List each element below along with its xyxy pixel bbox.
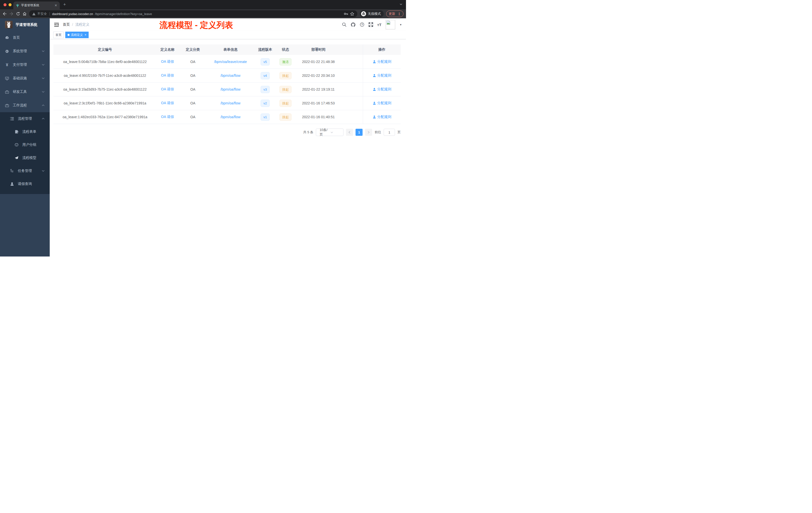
- bookmark-star-icon[interactable]: [350, 12, 354, 16]
- status-badge: 挂起: [280, 100, 291, 107]
- browser-tabstrip: 芋道管理系统 ✕ +: [0, 0, 406, 9]
- password-key-icon[interactable]: [344, 12, 348, 16]
- form-link[interactable]: /bpm/oa/flow: [221, 73, 240, 78]
- column-header-version: 流程版本: [254, 48, 277, 52]
- sidebar-item-process-mgmt[interactable]: 流程管理: [0, 112, 50, 125]
- deploy-time: 2022-01-22 19:19:11: [294, 87, 342, 91]
- tab-close-icon[interactable]: ✕: [55, 3, 57, 7]
- breadcrumb-home[interactable]: 首页: [63, 22, 70, 27]
- sidebar-item-label: 流程表单: [22, 129, 45, 134]
- prev-page-button[interactable]: [346, 129, 353, 136]
- tab-search-chevron-icon[interactable]: [400, 3, 403, 5]
- font-size-icon[interactable]: тT: [377, 23, 382, 27]
- assign-rule-button[interactable]: 分配规则: [373, 73, 392, 78]
- monitor-icon: [5, 76, 9, 80]
- fullscreen-icon[interactable]: [369, 22, 373, 27]
- sidebar-item-label: 系统管理: [13, 49, 42, 54]
- breadcrumb-separator: /: [72, 23, 73, 27]
- reload-icon[interactable]: [16, 12, 20, 16]
- help-icon[interactable]: ?: [360, 22, 364, 27]
- form-link[interactable]: /bpm/oa/leave/create: [214, 60, 247, 64]
- table-row: oa_leave:2:3c1f0ef1-76b1-11ec-9c66-a2380…: [54, 96, 363, 110]
- deploy-time: 2022-01-22 20:34:10: [294, 73, 342, 78]
- definition-name-link[interactable]: OA 请假: [161, 101, 174, 105]
- security-label[interactable]: 不安全: [37, 12, 47, 16]
- assign-rule-button[interactable]: 分配规则: [373, 59, 392, 64]
- browser-menu-dots-icon[interactable]: ⋮: [398, 12, 401, 16]
- url-host[interactable]: dashboard.yudao.iocoder.cn: [52, 12, 93, 16]
- sidebar-item-payment-mgmt[interactable]: ¥ 支付管理: [0, 58, 50, 71]
- column-header-actions: 操作: [363, 48, 401, 52]
- sidebar-item-label: 请假查询: [18, 182, 45, 186]
- definition-name-link[interactable]: OA 请假: [161, 73, 174, 77]
- assign-rule-button[interactable]: 分配规则: [373, 87, 392, 92]
- sidebar-item-dev-tools[interactable]: 研发工具: [0, 85, 50, 99]
- home-icon[interactable]: [23, 12, 27, 16]
- new-tab-button[interactable]: +: [63, 2, 66, 7]
- definition-name-link[interactable]: OA 请假: [161, 87, 174, 91]
- caret-down-icon[interactable]: ▼: [400, 23, 402, 26]
- update-label[interactable]: 更新: [389, 11, 395, 16]
- sidebar-item-workflow[interactable]: 工作流程: [0, 99, 50, 112]
- tag-home[interactable]: 首页: [53, 32, 64, 38]
- sidebar-logo-row[interactable]: 芋道管理系统: [0, 18, 50, 31]
- assign-rule-button[interactable]: 分配规则: [373, 101, 392, 105]
- form-link[interactable]: /bpm/oa/flow: [221, 115, 240, 119]
- table-header: 定义编号 定义名称 定义分类 表单信息 流程版本 状态 部署时间: [54, 44, 363, 55]
- sidebar-item-infrastructure[interactable]: 基础设施: [0, 71, 50, 85]
- browser-tab[interactable]: 芋道管理系统 ✕: [13, 1, 60, 9]
- close-window-button[interactable]: [3, 3, 6, 6]
- main-area: 流程模型 - 定义列表 首页 / 流程定义 ?: [50, 18, 406, 256]
- chevron-down-icon: [42, 50, 45, 52]
- url-bar[interactable]: 不安全 dashboard.yudao.iocoder.cn/bpm/manag…: [29, 10, 357, 17]
- deploy-time: 2022-01-22 21:48:38: [294, 60, 342, 64]
- pagination-total: 共 5 条: [303, 130, 313, 134]
- definition-category: OA: [178, 115, 207, 119]
- page-size-select[interactable]: 10条/页: [316, 128, 344, 136]
- incognito-icon: [361, 11, 366, 16]
- table-row: oa_leave:4:991f2193-7b7f-11ec-a3c8-acde4…: [54, 69, 363, 83]
- page-content: 定义编号 定义名称 定义分类 表单信息 流程版本 状态 部署时间 oa_leav…: [50, 39, 406, 136]
- tree-icon: [10, 169, 14, 173]
- sidebar-fold-icon[interactable]: [54, 23, 59, 27]
- incognito-badge: 无痕模式: [360, 10, 384, 17]
- sidebar-item-leave-query[interactable]: 请假查询: [0, 177, 50, 190]
- page-number-button[interactable]: 1: [355, 129, 362, 136]
- column-header-name: 定义名称: [156, 48, 178, 52]
- app-window: 芋道管理系统 首页 系统管理 ¥ 支付管理: [0, 18, 406, 256]
- pagination: 共 5 条 10条/页 1 前往 页: [54, 128, 401, 136]
- app-title: 芋道管理系统: [16, 22, 37, 27]
- version-badge: v5: [261, 58, 270, 65]
- sidebar-item-process-form[interactable]: 流程表单: [0, 125, 50, 138]
- sidebar-item-user-group[interactable]: 用户分组: [0, 138, 50, 151]
- url-path[interactable]: /bpm/manager/definition?key=oa_leave: [95, 12, 152, 16]
- deploy-time: 2022-01-16 01:40:51: [294, 115, 342, 119]
- robot-face-icon: [14, 143, 19, 147]
- github-icon[interactable]: [351, 22, 355, 27]
- tag-process-definition[interactable]: 流程定义 ×: [65, 32, 89, 38]
- tag-close-icon[interactable]: ×: [85, 33, 86, 37]
- goto-page-input[interactable]: [384, 129, 395, 136]
- definition-id: oa_leave:1:482ec033-762a-11ec-8477-a2380…: [54, 115, 156, 119]
- form-link[interactable]: /bpm/oa/flow: [221, 101, 240, 105]
- browser-update-button[interactable]: 更新 ⋮: [386, 10, 404, 17]
- back-icon[interactable]: [2, 12, 7, 16]
- avatar[interactable]: [386, 20, 395, 29]
- next-page-button[interactable]: [365, 129, 372, 136]
- forward-icon[interactable]: [9, 12, 13, 16]
- favicon-plant-icon: [16, 4, 19, 7]
- not-secure-warning-icon: [32, 12, 36, 16]
- version-badge: v3: [261, 86, 270, 93]
- search-icon[interactable]: [342, 22, 347, 27]
- column-header-deploy-time: 部署时间: [294, 48, 342, 52]
- sidebar-item-system-mgmt[interactable]: 系统管理: [0, 44, 50, 58]
- assign-rule-button[interactable]: 分配规则: [373, 115, 392, 119]
- definition-name-link[interactable]: OA 请假: [161, 59, 174, 63]
- definition-name-link[interactable]: OA 请假: [161, 115, 174, 119]
- sidebar-item-process-model[interactable]: 流程模型: [0, 151, 50, 164]
- sidebar-item-task-mgmt[interactable]: 任务管理: [0, 164, 50, 177]
- sidebar-item-home[interactable]: 首页: [0, 31, 50, 44]
- minimize-window-button[interactable]: [8, 3, 11, 6]
- status-badge: 挂起: [280, 72, 291, 79]
- form-link[interactable]: /bpm/oa/flow: [221, 87, 240, 91]
